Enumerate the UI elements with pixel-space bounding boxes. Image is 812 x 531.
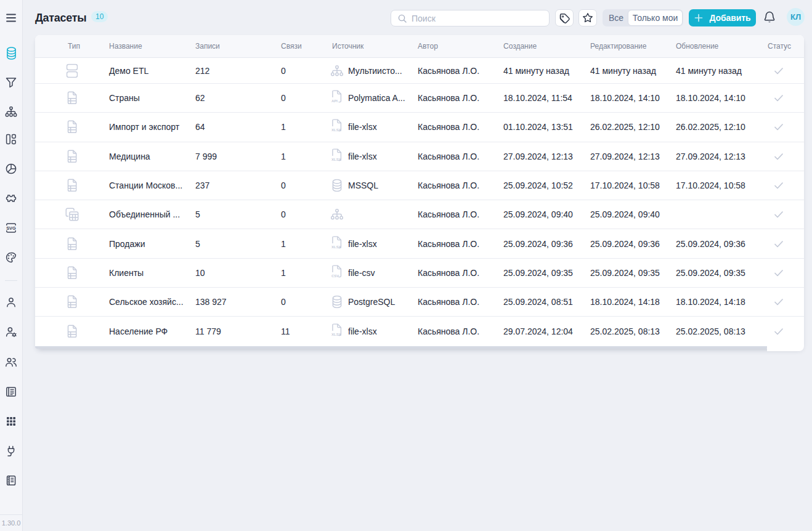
svg-text:XLSX: XLSX	[331, 245, 341, 249]
svg-text:SVG: SVG	[6, 225, 16, 231]
svg-text:XLSX: XLSX	[331, 128, 341, 132]
svg-text:API: API	[331, 99, 338, 103]
svg-text:CSV: CSV	[331, 274, 339, 278]
svg-text:XLSX: XLSX	[331, 333, 341, 336]
svg-text:XLSX: XLSX	[331, 158, 341, 161]
